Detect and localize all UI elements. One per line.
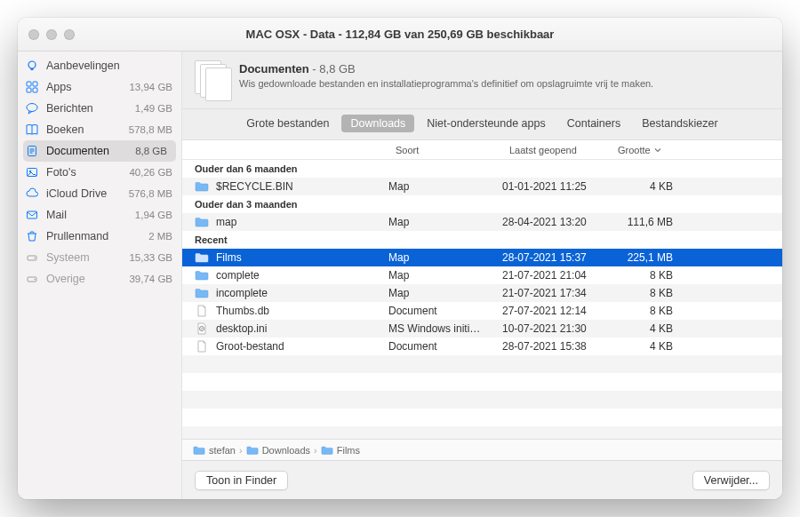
- main-pane: Documenten - 8,8 GB Wis gedownloade best…: [182, 52, 782, 499]
- chevron-right-icon: ›: [314, 445, 317, 456]
- row-opened: 21-07-2021 21:04: [502, 269, 611, 282]
- svg-point-19: [201, 328, 203, 330]
- bulb-icon: [25, 59, 39, 73]
- sidebar-item-fotos[interactable]: Foto's40,26 GB: [18, 162, 181, 183]
- sidebar-item-value: 13,94 GB: [129, 82, 172, 92]
- col-kind[interactable]: Soort: [396, 145, 509, 155]
- sidebar-item-label: Foto's: [46, 166, 76, 179]
- row-size: 4 KB: [611, 340, 673, 353]
- documents-icon: [195, 60, 228, 99]
- svg-rect-3: [33, 82, 37, 86]
- row-name: incomplete: [216, 287, 268, 299]
- row-opened: 27-07-2021 12:14: [502, 305, 611, 317]
- folder-icon: [321, 445, 333, 456]
- sidebar-item-aanbevelingen[interactable]: Aanbevelingen: [18, 55, 181, 76]
- col-opened[interactable]: Laatst geopend: [509, 145, 618, 155]
- breadcrumb-item[interactable]: Downloads: [262, 445, 310, 456]
- table-row[interactable]: incompleteMap21-07-2021 17:348 KB: [182, 284, 782, 302]
- sidebar-item-label: Apps: [46, 81, 72, 93]
- sidebar-item-overige[interactable]: Overige39,74 GB: [18, 268, 181, 290]
- sidebar-item-value: 1,94 GB: [135, 210, 172, 220]
- folder-icon: [195, 251, 209, 264]
- sidebar-item-label: Mail: [46, 209, 67, 221]
- row-opened: 28-07-2021 15:37: [502, 251, 611, 264]
- table-row[interactable]: $RECYCLE.BINMap01-01-2021 11:254 KB: [182, 178, 782, 195]
- sidebar-item-value: 15,33 GB: [129, 252, 172, 263]
- svg-rect-5: [33, 88, 37, 92]
- tab-nietondersteundeapps[interactable]: Niet-ondersteunde apps: [418, 115, 554, 132]
- tab-containers[interactable]: Containers: [558, 115, 629, 132]
- row-opened: 01-01-2021 11:25: [502, 180, 611, 193]
- folder-icon: [195, 216, 209, 228]
- folder-icon: [246, 445, 259, 456]
- col-size[interactable]: Grootte: [618, 145, 680, 155]
- table-row[interactable]: desktop.iniMS Windows initi…10-07-2021 2…: [182, 320, 782, 337]
- table-row[interactable]: Thumbs.dbDocument27-07-2021 12:148 KB: [182, 302, 782, 320]
- sidebar-item-mail[interactable]: Mail1,94 GB: [18, 204, 181, 226]
- row-name: desktop.ini: [216, 322, 267, 335]
- sidebar-item-berichten[interactable]: Berichten1,49 GB: [18, 98, 181, 119]
- row-name: map: [216, 216, 236, 228]
- table-row[interactable]: completeMap21-07-2021 21:048 KB: [182, 266, 782, 284]
- folder-icon: [195, 287, 209, 299]
- chevron-down-icon: [654, 147, 661, 154]
- tabs: Grote bestandenDownloadsNiet-ondersteund…: [182, 109, 782, 140]
- storage-mgmt-window: MAC OSX - Data - 112,84 GB van 250,69 GB…: [18, 18, 782, 499]
- row-size: 4 KB: [611, 322, 673, 335]
- file-icon: [195, 305, 209, 317]
- sidebar-item-value: 2 MB: [148, 231, 172, 242]
- show-in-finder-button[interactable]: Toon in Finder: [195, 471, 288, 490]
- row-opened: 21-07-2021 17:34: [502, 287, 611, 299]
- sidebar-item-value: 39,74 GB: [129, 274, 172, 284]
- sidebar-item-boeken[interactable]: Boeken578,8 MB: [18, 119, 181, 140]
- sidebar-item-apps[interactable]: Apps13,94 GB: [18, 76, 181, 98]
- info-size: 8,8 GB: [319, 62, 355, 75]
- sidebar-item-label: Prullenmand: [46, 230, 108, 242]
- row-kind: Document: [388, 305, 502, 317]
- sidebar-item-label: Boeken: [46, 123, 84, 136]
- svg-point-0: [28, 61, 36, 68]
- sidebar-item-label: Aanbevelingen: [46, 60, 120, 72]
- breadcrumb-item[interactable]: stefan: [209, 445, 236, 456]
- row-opened: 10-07-2021 21:30: [502, 322, 611, 335]
- column-headers: Soort Laatst geopend Grootte: [182, 140, 782, 160]
- tab-downloads[interactable]: Downloads: [341, 115, 414, 132]
- table-row[interactable]: Groot-bestandDocument28-07-2021 15:384 K…: [182, 337, 782, 355]
- sidebar-item-label: Systeem: [46, 251, 90, 264]
- tab-bestandskiezer[interactable]: Bestandskiezer: [633, 115, 726, 132]
- sidebar: AanbevelingenApps13,94 GBBerichten1,49 G…: [18, 52, 182, 499]
- sidebar-item-value: 1,49 GB: [135, 103, 172, 114]
- svg-point-17: [34, 279, 36, 281]
- breadcrumb: stefan›Downloads›Films: [182, 439, 782, 460]
- table-row[interactable]: mapMap28-04-2021 13:20111,6 MB: [182, 213, 782, 231]
- sidebar-item-systeem[interactable]: Systeem15,33 GB: [18, 247, 181, 268]
- photo-icon: [25, 165, 39, 179]
- table-row[interactable]: FilmsMap28-07-2021 15:37225,1 MB: [182, 249, 782, 266]
- doc-icon: [25, 144, 39, 158]
- sidebar-item-value: 40,26 GB: [129, 167, 172, 178]
- row-size: 4 KB: [611, 180, 673, 193]
- apps-icon: [25, 80, 39, 94]
- folder-icon: [193, 445, 205, 456]
- row-size: 111,6 MB: [611, 216, 673, 228]
- row-kind: MS Windows initi…: [388, 322, 502, 335]
- row-name: $RECYCLE.BIN: [216, 180, 293, 193]
- info-title: Documenten: [239, 62, 309, 75]
- folder-icon: [195, 269, 209, 282]
- delete-button[interactable]: Verwijder...: [692, 471, 770, 490]
- titlebar[interactable]: MAC OSX - Data - 112,84 GB van 250,69 GB…: [18, 18, 782, 52]
- tab-grotebestanden[interactable]: Grote bestanden: [237, 115, 338, 132]
- fileini-icon: [195, 322, 209, 335]
- svg-point-15: [34, 258, 36, 259]
- file-icon: [195, 340, 209, 353]
- sidebar-item-documenten[interactable]: Documenten8,8 GB: [23, 140, 176, 162]
- breadcrumb-item[interactable]: Films: [337, 445, 360, 456]
- sidebar-item-prullenmand[interactable]: Prullenmand2 MB: [18, 226, 181, 247]
- svg-rect-4: [27, 88, 31, 92]
- row-size: 8 KB: [611, 305, 673, 317]
- disk-icon: [25, 272, 39, 286]
- folder-icon: [195, 180, 209, 193]
- row-kind: Map: [388, 180, 502, 193]
- row-size: 8 KB: [611, 287, 673, 299]
- sidebar-item-iclouddrive[interactable]: iCloud Drive576,8 MB: [18, 183, 181, 204]
